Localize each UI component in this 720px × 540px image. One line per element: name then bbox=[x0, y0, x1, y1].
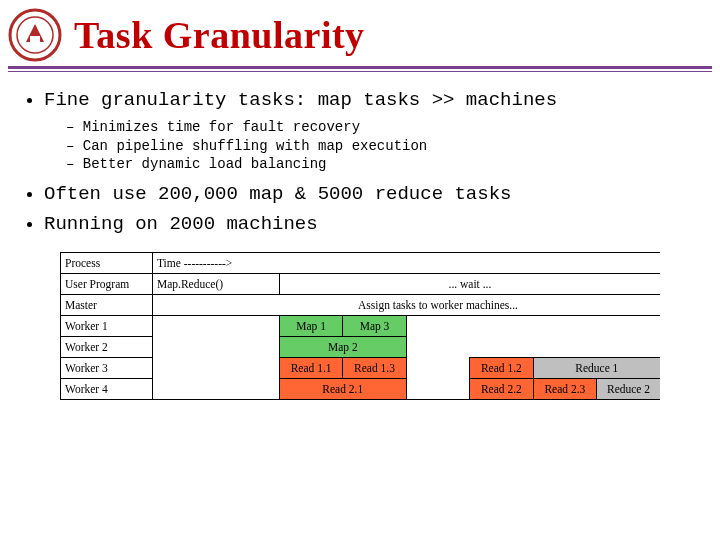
sub-bullet: Better dynamic load balancing bbox=[66, 155, 698, 174]
row-label: Worker 3 bbox=[61, 357, 153, 378]
sub-bullet: Can pipeline shuffling with map executio… bbox=[66, 137, 698, 156]
university-logo-icon bbox=[8, 8, 62, 62]
bullet-list: Fine granularity tasks: map tasks >> mac… bbox=[22, 88, 698, 238]
cell-mapreduce: Map.Reduce() bbox=[152, 273, 279, 294]
cell-read13: Read 1.3 bbox=[343, 357, 406, 378]
empty-cell bbox=[406, 315, 660, 336]
cell-wait: ... wait ... bbox=[279, 273, 660, 294]
table-row: Process Time -----------> bbox=[61, 252, 661, 273]
empty-cell bbox=[152, 294, 215, 315]
slide-header: Task Granularity bbox=[0, 0, 720, 62]
cell-reduce1: Reduce 1 bbox=[533, 357, 660, 378]
empty-cell bbox=[152, 357, 279, 378]
schedule-table-wrap: Process Time -----------> User Program M… bbox=[0, 242, 720, 400]
table-row: User Program Map.Reduce() ... wait ... bbox=[61, 273, 661, 294]
table-row: Worker 4 Read 2.1 Read 2.2 Read 2.3 Redu… bbox=[61, 378, 661, 399]
empty-cell bbox=[406, 378, 469, 399]
table-row: Master Assign tasks to worker machines..… bbox=[61, 294, 661, 315]
row-label: Worker 1 bbox=[61, 315, 153, 336]
slide-title: Task Granularity bbox=[74, 13, 365, 57]
bullet-3: Running on 2000 machines bbox=[44, 212, 698, 238]
cell-read22: Read 2.2 bbox=[470, 378, 533, 399]
empty-cell bbox=[152, 378, 279, 399]
empty-cell bbox=[152, 315, 279, 336]
bullet-1-text: Fine granularity tasks: map tasks >> mac… bbox=[44, 89, 557, 111]
row-label: Process bbox=[61, 252, 153, 273]
cell-map1: Map 1 bbox=[279, 315, 342, 336]
slide-body: Fine granularity tasks: map tasks >> mac… bbox=[0, 72, 720, 238]
bullet-2: Often use 200,000 map & 5000 reduce task… bbox=[44, 182, 698, 208]
table-row: Worker 2 Map 2 bbox=[61, 336, 661, 357]
cell-read23: Read 2.3 bbox=[533, 378, 596, 399]
schedule-table: Process Time -----------> User Program M… bbox=[60, 252, 660, 400]
empty-cell bbox=[406, 357, 469, 378]
cell-read11: Read 1.1 bbox=[279, 357, 342, 378]
sub-bullet: Minimizes time for fault recovery bbox=[66, 118, 698, 137]
cell-reduce2: Reduce 2 bbox=[597, 378, 660, 399]
bullet-1: Fine granularity tasks: map tasks >> mac… bbox=[44, 88, 698, 174]
cell-read21: Read 2.1 bbox=[279, 378, 406, 399]
row-label: Worker 4 bbox=[61, 378, 153, 399]
empty-cell bbox=[406, 336, 660, 357]
cell-map2: Map 2 bbox=[279, 336, 406, 357]
svg-rect-2 bbox=[30, 36, 40, 42]
cell-assign: Assign tasks to worker machines... bbox=[216, 294, 660, 315]
divider-thick bbox=[8, 66, 712, 69]
row-label: Worker 2 bbox=[61, 336, 153, 357]
table-row: Worker 3 Read 1.1 Read 1.3 Read 1.2 Redu… bbox=[61, 357, 661, 378]
row-label: User Program bbox=[61, 273, 153, 294]
empty-cell bbox=[152, 336, 279, 357]
row-label: Master bbox=[61, 294, 153, 315]
table-row: Worker 1 Map 1 Map 3 bbox=[61, 315, 661, 336]
time-header: Time -----------> bbox=[152, 252, 660, 273]
cell-map3: Map 3 bbox=[343, 315, 406, 336]
bullet-1-sublist: Minimizes time for fault recovery Can pi… bbox=[44, 118, 698, 175]
cell-read12: Read 1.2 bbox=[470, 357, 533, 378]
